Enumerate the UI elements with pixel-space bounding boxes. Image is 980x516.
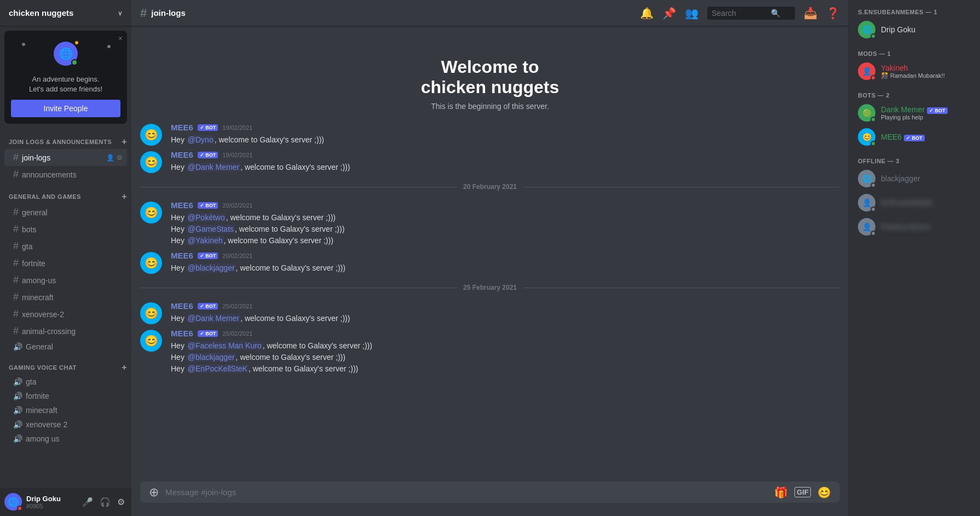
gear-icon[interactable]: ⚙ [117, 154, 123, 162]
channel-item-minecraft-voice[interactable]: 🔊 minecraft [4, 403, 127, 417]
attach-icon[interactable]: ⊕ [149, 485, 159, 500]
member-item[interactable]: 👤 Yakineh 🎊 Ramadan Mubarak!! [851, 59, 978, 83]
member-name: MEE6 ✓ BOT [881, 133, 973, 141]
offline-indicator [871, 182, 876, 188]
channel-name: gta [22, 242, 32, 251]
divider-line [140, 187, 457, 187]
channel-hash-icon: # [140, 6, 147, 20]
channel-name: xenoverse 2 [26, 420, 67, 429]
invite-people-button[interactable]: Invite People [11, 100, 120, 117]
channel-name: join-logs [22, 153, 50, 162]
message-timestamp: 20/02/2021 [222, 202, 252, 209]
message-input-area: ⊕ 🎁 GIF 😊 [131, 481, 849, 516]
category-label: GAMING VOICE CHAT [9, 364, 77, 371]
search-icon: 🔍 [771, 9, 780, 18]
top-bar: # join-logs 🔔 📌 👥 🔍 📥 ❓ [131, 0, 849, 26]
channel-item-fortnite[interactable]: # fortnite [4, 255, 127, 272]
online-indicator [871, 33, 876, 39]
gif-icon[interactable]: GIF [794, 487, 811, 497]
members-icon[interactable]: 👥 [685, 7, 699, 20]
channel-item-gta-voice[interactable]: 🔊 gta [4, 375, 127, 389]
message-group: 😊 MEE6 ✓ BOT 20/02/2021 Hey @blackjagger… [131, 250, 849, 275]
add-channel-icon[interactable]: + [122, 363, 127, 372]
message-text: Hey @GameStats, welcome to Galaxy's serv… [171, 223, 840, 235]
category-general-games[interactable]: GENERAL AND GAMES + [0, 183, 131, 204]
channel-item-animal-crossing[interactable]: # animal-crossing [4, 323, 127, 340]
channel-item-general[interactable]: # general [4, 204, 127, 221]
pin-icon[interactable]: 📌 [662, 7, 676, 20]
mention: @EnPocKellSteK [187, 364, 249, 373]
category-gaming-voice[interactable]: GAMING VOICE CHAT + [0, 354, 131, 375]
avatar: 😊 [140, 302, 162, 324]
member-item[interactable]: 👤 EnPocKellSteK [851, 191, 978, 215]
channel-item-fortnite-voice[interactable]: 🔊 fortnite [4, 389, 127, 403]
message-header: MEE6 ✓ BOT 25/02/2021 [171, 329, 840, 338]
mute-icon[interactable]: 🎤 [80, 495, 95, 509]
channel-item-join-logs[interactable]: # join-logs 👤 ⚙ [4, 149, 127, 166]
message-content: MEE6 ✓ BOT 20/02/2021 Hey @blackjagger, … [171, 251, 840, 274]
search-input[interactable] [712, 9, 766, 18]
gift-icon[interactable]: 🎁 [774, 486, 788, 499]
message-timestamp: 25/02/2021 [222, 303, 252, 309]
member-item[interactable]: 🌐 blackjagger [851, 167, 978, 191]
deafen-icon[interactable]: 🎧 [97, 495, 113, 509]
add-channel-icon[interactable]: + [122, 137, 127, 147]
channel-item-minecraft[interactable]: # minecraft [4, 289, 127, 306]
channel-item-gta[interactable]: # gta [4, 238, 127, 255]
help-icon[interactable]: ❓ [826, 7, 840, 20]
inbox-icon[interactable]: 📥 [804, 7, 817, 20]
message-author: MEE6 [171, 329, 193, 338]
message-group: 😊 MEE6 ✓ BOT 25/02/2021 Hey @Dank Memer,… [131, 300, 849, 325]
mention: @Yakineh [187, 236, 224, 245]
channel-action-icons: 👤 ⚙ [106, 154, 123, 162]
add-person-icon[interactable]: 👤 [106, 154, 114, 162]
member-item[interactable]: 😊 MEE6 ✓ BOT [851, 125, 978, 149]
member-info: MEE6 ✓ BOT [881, 133, 973, 141]
notification-bell-icon[interactable]: 🔔 [640, 7, 654, 20]
channel-item-xenoverse-voice[interactable]: 🔊 xenoverse 2 [4, 417, 127, 432]
message-timestamp: 25/02/2021 [222, 330, 252, 337]
channel-item-among-us-voice[interactable]: 🔊 among us [4, 432, 127, 446]
channel-item-announcements[interactable]: # announcements [4, 166, 127, 183]
member-avatar: 👤 [858, 194, 875, 211]
message-group: 😊 MEE6 ✓ BOT 25/02/2021 Hey @Faceless Ma… [131, 328, 849, 376]
message-timestamp: 19/02/2021 [222, 152, 252, 158]
member-item[interactable]: 👤 PixelousStorm [851, 215, 978, 239]
member-item[interactable]: 🟢 Dank Memer ✓ BOT Playing pls help [851, 101, 978, 125]
date-text: 20 February 2021 [457, 183, 523, 191]
welcome-subtitle: This is the beginning of this server. [142, 102, 838, 111]
date-text: 25 February 2021 [457, 284, 523, 291]
channel-sidebar: chicken nuggets ∨ × 🌐 An adventure begin… [0, 0, 131, 516]
input-actions: 🎁 GIF 😊 [774, 486, 831, 499]
avatar: 🌐 [54, 42, 78, 66]
channel-item-xenoverse-2[interactable]: # xenoverse-2 [4, 306, 127, 323]
channel-item-bots[interactable]: # bots [4, 221, 127, 238]
channel-item-among-us[interactable]: # among-us [4, 272, 127, 289]
member-avatar: 👤 [858, 218, 875, 236]
welcome-section: Welcome tochicken nuggets This is the be… [131, 35, 849, 122]
bot-badge: ✓ BOT [927, 107, 948, 114]
member-name: Yakineh [881, 64, 973, 72]
message-text: Hey @Dank Memer, welcome to Galaxy's ser… [171, 162, 840, 173]
channel-name: animal-crossing [22, 327, 76, 336]
hash-icon: # [13, 152, 19, 163]
bot-badge: ✓ BOT [198, 330, 218, 337]
member-item[interactable]: 🌐 Drip Goku [851, 18, 978, 42]
mention: @Dank Memer [187, 163, 240, 171]
message-input[interactable] [165, 481, 768, 503]
server-header[interactable]: chicken nuggets ∨ [0, 0, 131, 26]
category-join-logs[interactable]: JOIN LOGS & ANNOUNCEMENTS + [0, 128, 131, 149]
emoji-icon[interactable]: 😊 [817, 486, 831, 499]
dot-decoration [22, 43, 25, 46]
online-indicator [871, 117, 876, 122]
search-box[interactable]: 🔍 [707, 7, 795, 20]
username: Drip Goku [26, 495, 76, 503]
star-dot [74, 41, 79, 45]
channel-item-general-voice[interactable]: 🔊 General [4, 340, 127, 354]
add-channel-icon[interactable]: + [122, 192, 127, 202]
channel-title: # join-logs [140, 6, 186, 20]
members-category-mods: MODS — 1 [849, 42, 980, 59]
channel-name: xenoverse-2 [22, 310, 64, 319]
settings-icon[interactable]: ⚙ [115, 495, 127, 509]
user-info: Drip Goku #0905 [26, 495, 76, 509]
